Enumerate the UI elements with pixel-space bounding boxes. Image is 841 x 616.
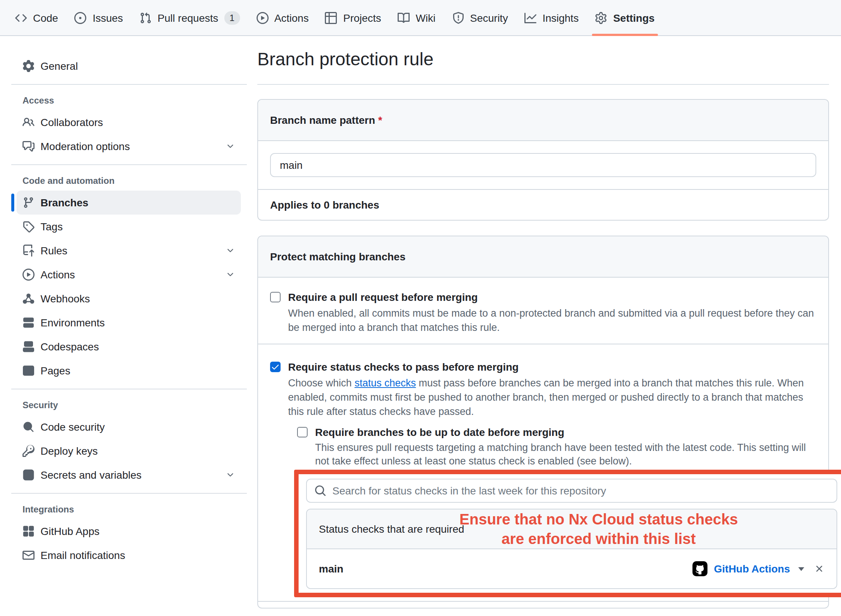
sidebar-divider (11, 164, 247, 165)
status-check-row: main GitHub Actions (307, 549, 836, 588)
people-icon (23, 116, 35, 128)
github-actions-app-link[interactable]: GitHub Actions (714, 563, 790, 575)
sidebar-item-label: General (41, 60, 78, 72)
github-settings-page: Code Issues Pull requests 1 Actions Proj… (0, 0, 841, 616)
required-asterisk: * (378, 114, 382, 126)
branch-name-pattern-input[interactable] (270, 153, 816, 177)
remove-status-check-button[interactable] (814, 563, 824, 574)
status-checks-search-input[interactable] (332, 485, 829, 497)
tab-issues-label: Issues (93, 12, 123, 24)
sidebar-item-rules[interactable]: Rules (17, 239, 241, 263)
require-pull-request-label[interactable]: Require a pull request before merging (288, 290, 816, 305)
sidebar-item-label: Rules (41, 245, 68, 257)
pull-requests-count-badge: 1 (224, 11, 240, 24)
settings-sidebar: General Access Collaborators Moderation … (0, 36, 257, 616)
desc-text: Choose which (288, 377, 354, 389)
branch-protection-main: Branch protection rule Branch name patte… (257, 36, 841, 616)
sidebar-section-security: Security (17, 395, 241, 415)
key-icon (23, 445, 35, 457)
sidebar-item-label: Environments (41, 317, 105, 329)
status-check-name: main (319, 563, 343, 575)
repo-tab-bar: Code Issues Pull requests 1 Actions Proj… (0, 0, 841, 36)
require-status-checks-checkbox[interactable] (270, 362, 281, 372)
require-status-checks-row: Require status checks to pass before mer… (258, 344, 828, 601)
sidebar-item-label: Codespaces (41, 341, 99, 353)
gear-icon (595, 12, 607, 24)
applies-to-branches-text: Applies to 0 branches (258, 189, 828, 220)
status-check-dropdown-caret[interactable] (798, 567, 804, 571)
sidebar-item-branches[interactable]: Branches (17, 191, 241, 215)
browser-icon (23, 365, 35, 377)
play-icon (256, 12, 268, 24)
sidebar-section-code-and-automation: Code and automation (17, 171, 241, 191)
git-branch-icon (23, 197, 35, 209)
require-up-to-date-label[interactable]: Require branches to be up to date before… (315, 425, 816, 440)
tab-security[interactable]: Security (446, 0, 514, 35)
require-pull-request-checkbox[interactable] (270, 292, 281, 302)
next-setting-row-cutoff (258, 601, 828, 608)
sidebar-item-label: Branches (41, 197, 89, 209)
tab-wiki[interactable]: Wiki (392, 0, 442, 35)
sidebar-item-deploy-keys[interactable]: Deploy keys (17, 439, 241, 463)
status-checks-link[interactable]: status checks (354, 377, 416, 389)
webhook-icon (23, 293, 35, 305)
required-status-checks-header: Status checks that are required Ensure t… (307, 509, 836, 549)
sidebar-item-label: Secrets and variables (41, 469, 141, 481)
tab-security-label: Security (470, 12, 508, 24)
require-pull-request-body: Require a pull request before merging Wh… (288, 290, 816, 335)
chevron-down-icon (226, 270, 235, 279)
table-icon (325, 12, 337, 24)
github-actions-app-avatar (692, 561, 707, 576)
branch-name-pattern-panel: Branch name pattern* Applies to 0 branch… (257, 99, 829, 221)
require-pull-request-row: Require a pull request before merging Wh… (258, 278, 828, 344)
sidebar-item-label: GitHub Apps (41, 525, 99, 537)
play-icon (23, 269, 35, 281)
mail-icon (23, 549, 35, 561)
git-pull-request-icon (140, 12, 152, 24)
sidebar-item-codespaces[interactable]: Codespaces (17, 335, 241, 359)
protect-matching-branches-header: Protect matching branches (258, 236, 828, 278)
require-up-to-date-body: Require branches to be up to date before… (315, 425, 816, 468)
require-status-checks-body: Require status checks to pass before mer… (288, 359, 816, 597)
sidebar-section-access: Access (17, 91, 241, 110)
sidebar-item-email-notifications[interactable]: Email notifications (17, 543, 241, 567)
page-title: Branch protection rule (257, 48, 829, 85)
sidebar-item-collaborators[interactable]: Collaborators (17, 110, 241, 134)
key-asterisk-icon (23, 469, 35, 481)
sidebar-item-environments[interactable]: Environments (17, 311, 241, 335)
require-up-to-date-checkbox[interactable] (297, 427, 308, 437)
branch-name-pattern-header: Branch name pattern* (258, 100, 828, 141)
sidebar-item-tags[interactable]: Tags (17, 215, 241, 239)
sidebar-item-webhooks[interactable]: Webhooks (17, 287, 241, 311)
tab-issues[interactable]: Issues (69, 0, 129, 35)
branch-name-pattern-label: Branch name pattern (270, 114, 375, 126)
tab-code[interactable]: Code (9, 0, 64, 35)
sidebar-item-actions[interactable]: Actions (17, 263, 241, 287)
check-icon (271, 362, 280, 371)
tab-insights[interactable]: Insights (518, 0, 585, 35)
required-status-checks-list: Status checks that are required Ensure t… (306, 509, 837, 589)
sidebar-item-pages[interactable]: Pages (17, 359, 241, 383)
tab-projects[interactable]: Projects (319, 0, 387, 35)
require-status-checks-label[interactable]: Require status checks to pass before mer… (288, 359, 816, 374)
sidebar-item-github-apps[interactable]: GitHub Apps (17, 519, 241, 543)
sidebar-item-label: Actions (41, 269, 75, 281)
sidebar-item-secrets-and-variables[interactable]: Secrets and variables (17, 463, 241, 487)
sidebar-item-general[interactable]: General (17, 54, 241, 78)
annotation-text: Ensure that no Nx Cloud status checks ar… (307, 509, 836, 548)
settings-layout: General Access Collaborators Moderation … (0, 36, 841, 616)
tab-settings[interactable]: Settings (589, 0, 661, 35)
sidebar-item-moderation-options[interactable]: Moderation options (17, 134, 241, 158)
sidebar-item-code-security[interactable]: Code security (17, 415, 241, 439)
code-icon (15, 12, 27, 24)
graph-icon (524, 12, 536, 24)
issue-opened-icon (75, 12, 87, 24)
tag-icon (23, 221, 35, 233)
chevron-down-icon (226, 142, 235, 151)
tab-pull-requests[interactable]: Pull requests 1 (134, 0, 246, 35)
branch-name-input-row (258, 141, 828, 189)
gear-icon (23, 60, 35, 72)
tab-actions[interactable]: Actions (250, 0, 315, 35)
codescan-icon (23, 421, 35, 433)
sidebar-item-label: Email notifications (41, 549, 125, 561)
